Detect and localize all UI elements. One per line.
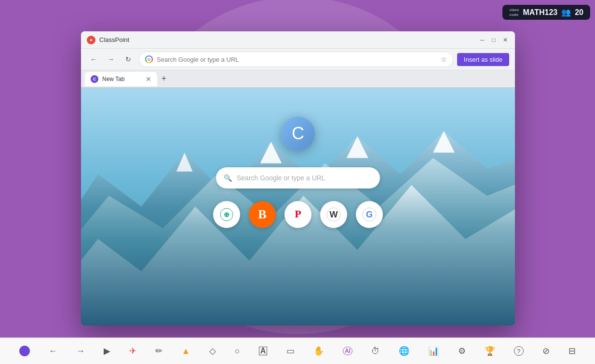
- badge-label-class: class: [509, 8, 519, 13]
- ai-icon: AI: [343, 347, 352, 355]
- classpoint-logo: C: [281, 117, 315, 150]
- toolbar-text[interactable]: A: [255, 345, 271, 357]
- nav-bar: ← → ↻ G Search Google or type a URL ☆ In…: [81, 49, 515, 70]
- toolbar-ai[interactable]: AI: [339, 345, 356, 357]
- shortcut-wikipedia[interactable]: W: [320, 201, 347, 228]
- browser-search-bar[interactable]: 🔍 Search Google or type a URL: [216, 167, 380, 189]
- minimize-button[interactable]: ─: [478, 36, 486, 44]
- student-count: 20: [575, 8, 583, 17]
- address-text: Search Google or type a URL: [157, 56, 437, 63]
- window-controls: ─ □ ✕: [478, 36, 509, 44]
- browser-search-placeholder: Search Google or type a URL: [237, 174, 325, 182]
- toolbar-classpoint-home[interactable]: [15, 344, 34, 358]
- classpoint-badge: class code MATH123 👥 20: [502, 5, 590, 20]
- reload-button[interactable]: ↻: [122, 53, 135, 66]
- users-icon: 👥: [561, 8, 571, 17]
- new-tab-button[interactable]: +: [157, 72, 171, 86]
- tab-favicon: C: [91, 75, 98, 83]
- class-code: MATH123: [523, 8, 557, 17]
- new-tab[interactable]: C New Tab ✕: [85, 72, 157, 86]
- title-bar: ● ClassPoint ─ □ ✕: [81, 31, 515, 49]
- shape-icon: ○: [235, 347, 240, 355]
- browser-window: ● ClassPoint ─ □ ✕ ← → ↻ G Search Google…: [81, 31, 515, 325]
- toolbar-forward[interactable]: →: [72, 345, 89, 357]
- shortcut-google[interactable]: G: [356, 201, 383, 228]
- toolbar-pen[interactable]: ✏: [151, 345, 166, 357]
- tab-close-button[interactable]: ✕: [146, 76, 151, 82]
- svg-text:⊕: ⊕: [224, 211, 230, 218]
- classpoint-home-icon: [19, 346, 30, 356]
- bottom-toolbar: ← → ▶ ✈ ✏ ▲ ◇ ○ A ▭ ✋ AI ⏱ 🌐 📊 ⚙ 🏆: [0, 337, 595, 364]
- toolbar-present[interactable]: ⊟: [565, 345, 580, 357]
- back-button[interactable]: ←: [87, 53, 100, 66]
- classpoint-logo-letter: C: [292, 123, 304, 144]
- toolbar-back[interactable]: ←: [45, 345, 61, 357]
- text-icon: A: [259, 347, 268, 355]
- toolbar-trophy[interactable]: 🏆: [481, 345, 499, 357]
- help-icon: ?: [514, 346, 524, 356]
- toolbar-hand[interactable]: ✋: [310, 345, 328, 357]
- trophy-icon: 🏆: [485, 347, 495, 355]
- close-button[interactable]: ✕: [501, 36, 509, 44]
- laser-icon: ✈: [129, 347, 136, 355]
- timer-icon: ⏱: [371, 347, 380, 355]
- shortcut-pinterest[interactable]: P: [284, 201, 311, 228]
- shortcuts-row: ⊕ B P W: [213, 201, 383, 228]
- title-bar-left: ● ClassPoint: [87, 36, 129, 44]
- svg-text:P: P: [295, 208, 301, 220]
- svg-text:W: W: [330, 210, 338, 219]
- tab-bar: C New Tab ✕ +: [81, 70, 515, 88]
- shortcut-blogger[interactable]: B: [249, 201, 276, 228]
- toolbar-highlighter[interactable]: ▲: [178, 345, 194, 357]
- toolbar-laser[interactable]: ✈: [125, 345, 140, 357]
- browser-icon: 🌐: [399, 347, 409, 355]
- address-bar[interactable]: G Search Google or type a URL ☆: [139, 52, 453, 67]
- search-icon: 🔍: [224, 174, 232, 182]
- toolbar-browser[interactable]: 🌐: [395, 345, 413, 357]
- eraser-icon: ◇: [209, 347, 216, 355]
- pointer-icon: ▶: [104, 347, 110, 355]
- toolbar-eraser[interactable]: ◇: [205, 345, 220, 357]
- bookmark-button[interactable]: ☆: [441, 55, 447, 63]
- highlighter-icon: ▲: [182, 347, 190, 355]
- toolbar-help[interactable]: ?: [510, 344, 527, 358]
- toolbar-hide[interactable]: ⊘: [539, 345, 554, 357]
- toolbar-whiteboard[interactable]: ▭: [283, 345, 298, 357]
- toolbar-shape[interactable]: ○: [231, 345, 244, 357]
- toolbar-settings[interactable]: ⚙: [454, 345, 470, 357]
- chart-icon: 📊: [428, 347, 439, 355]
- present-icon: ⊟: [568, 347, 576, 355]
- toolbar-chart[interactable]: 📊: [424, 345, 443, 357]
- svg-text:G: G: [366, 210, 373, 219]
- forward-button[interactable]: →: [104, 53, 118, 66]
- insert-as-slide-button[interactable]: Insert as slide: [457, 53, 509, 66]
- settings-icon: ⚙: [458, 347, 466, 355]
- pen-icon: ✏: [155, 347, 162, 355]
- toolbar-timer[interactable]: ⏱: [367, 345, 384, 357]
- shortcut-chatgpt[interactable]: ⊕: [213, 201, 240, 228]
- google-icon: G: [145, 55, 153, 63]
- hand-icon: ✋: [313, 347, 324, 355]
- top-bar: class code MATH123 👥 20: [502, 5, 590, 20]
- toolbar-pointer[interactable]: ▶: [100, 345, 114, 357]
- whiteboard-icon: ▭: [286, 347, 295, 355]
- forward-icon: →: [76, 347, 85, 355]
- app-title: ClassPoint: [99, 36, 129, 43]
- app-icon: ●: [87, 36, 95, 44]
- back-icon: ←: [49, 347, 57, 355]
- tab-label: New Tab: [102, 76, 142, 82]
- hide-icon: ⊘: [542, 347, 550, 355]
- badge-label-code: code: [509, 13, 519, 17]
- maximize-button[interactable]: □: [490, 36, 498, 44]
- browser-content: C 🔍 Search Google or type a URL ⊕ B P: [81, 88, 515, 325]
